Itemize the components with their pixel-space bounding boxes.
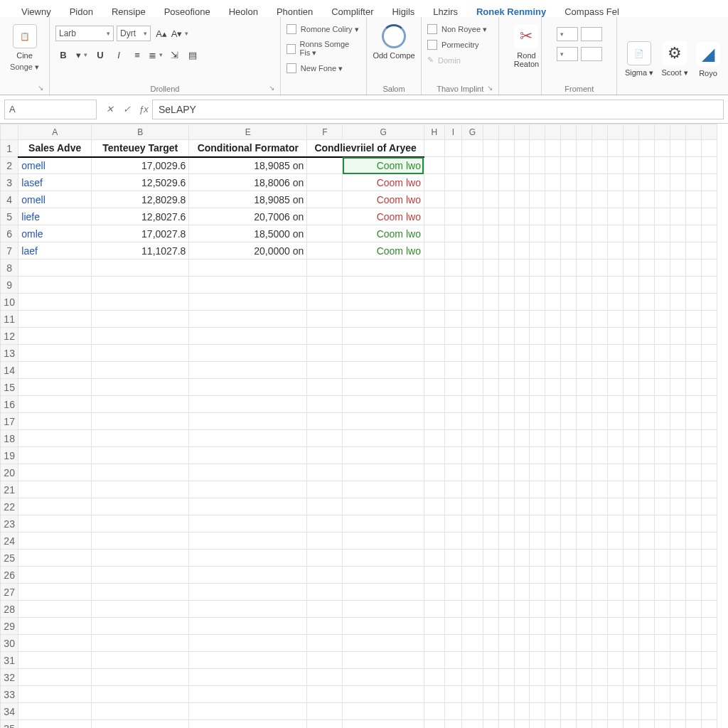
cell[interactable] bbox=[592, 328, 608, 345]
format-cells-button[interactable] bbox=[557, 47, 578, 61]
cell[interactable] bbox=[189, 277, 307, 294]
row-header[interactable]: 24 bbox=[1, 532, 18, 550]
cell[interactable] bbox=[424, 669, 444, 686]
fx-icon[interactable]: ƒx bbox=[135, 104, 152, 114]
cell[interactable] bbox=[92, 686, 189, 703]
cell[interactable] bbox=[670, 430, 686, 447]
cell[interactable] bbox=[545, 396, 561, 413]
cell[interactable] bbox=[545, 140, 561, 157]
cell[interactable] bbox=[92, 601, 189, 618]
cell[interactable] bbox=[561, 208, 577, 225]
cell[interactable] bbox=[686, 174, 702, 191]
cell[interactable] bbox=[483, 464, 498, 481]
cell[interactable] bbox=[545, 635, 561, 652]
cell[interactable] bbox=[686, 208, 702, 225]
cell[interactable] bbox=[608, 447, 623, 464]
cell[interactable] bbox=[514, 703, 530, 720]
cell[interactable] bbox=[92, 584, 189, 601]
cell[interactable] bbox=[686, 225, 702, 242]
cell[interactable] bbox=[592, 584, 608, 601]
cell[interactable] bbox=[483, 328, 498, 345]
insert-cells-button[interactable] bbox=[557, 27, 578, 41]
cell[interactable] bbox=[92, 567, 189, 584]
cell[interactable] bbox=[424, 413, 444, 430]
cell[interactable] bbox=[530, 635, 545, 652]
cell[interactable] bbox=[18, 515, 92, 532]
cell[interactable] bbox=[655, 515, 670, 532]
italic-icon[interactable]: U bbox=[92, 47, 108, 63]
cell[interactable] bbox=[608, 669, 623, 686]
cell[interactable] bbox=[545, 532, 561, 550]
cell[interactable] bbox=[561, 652, 577, 669]
cell[interactable] bbox=[623, 396, 639, 413]
cell[interactable] bbox=[639, 157, 655, 174]
cell[interactable] bbox=[701, 242, 717, 259]
cell[interactable] bbox=[623, 379, 639, 396]
cell[interactable] bbox=[592, 242, 608, 259]
cell[interactable] bbox=[498, 413, 514, 430]
cell[interactable] bbox=[444, 294, 462, 311]
cell[interactable] bbox=[343, 396, 424, 413]
cell[interactable] bbox=[514, 191, 530, 208]
cell[interactable] bbox=[655, 669, 670, 686]
cell[interactable] bbox=[701, 601, 717, 618]
cell[interactable] bbox=[592, 362, 608, 379]
cell[interactable] bbox=[608, 618, 623, 635]
cell[interactable] bbox=[92, 345, 189, 362]
cell[interactable] bbox=[189, 362, 307, 379]
cell[interactable] bbox=[686, 191, 702, 208]
font-name-combo[interactable]: Larb bbox=[55, 26, 114, 41]
cell[interactable] bbox=[701, 174, 717, 191]
cell[interactable] bbox=[307, 396, 343, 413]
cell[interactable] bbox=[92, 311, 189, 328]
cell[interactable] bbox=[189, 686, 307, 703]
cell[interactable] bbox=[92, 532, 189, 550]
cell[interactable] bbox=[577, 447, 592, 464]
cell[interactable] bbox=[623, 174, 639, 191]
cell[interactable] bbox=[577, 618, 592, 635]
cell[interactable] bbox=[639, 532, 655, 550]
cell[interactable] bbox=[424, 379, 444, 396]
cell[interactable] bbox=[343, 481, 424, 498]
cell[interactable] bbox=[670, 669, 686, 686]
cell[interactable] bbox=[608, 208, 623, 225]
cell[interactable] bbox=[307, 242, 343, 259]
cell[interactable] bbox=[343, 584, 424, 601]
cell[interactable] bbox=[561, 140, 577, 157]
cell[interactable] bbox=[670, 464, 686, 481]
format-cells2-button[interactable] bbox=[581, 47, 602, 61]
cell[interactable] bbox=[655, 601, 670, 618]
cell[interactable] bbox=[701, 157, 717, 174]
cell[interactable] bbox=[514, 550, 530, 567]
cell[interactable] bbox=[444, 208, 462, 225]
cell[interactable] bbox=[498, 532, 514, 550]
cell[interactable] bbox=[514, 362, 530, 379]
cell[interactable] bbox=[92, 515, 189, 532]
cell[interactable] bbox=[424, 208, 444, 225]
cell[interactable] bbox=[307, 618, 343, 635]
cell[interactable] bbox=[623, 277, 639, 294]
cell[interactable] bbox=[307, 550, 343, 567]
cell[interactable] bbox=[561, 311, 577, 328]
cell[interactable] bbox=[686, 601, 702, 618]
cell[interactable] bbox=[514, 396, 530, 413]
cell[interactable] bbox=[639, 669, 655, 686]
cell[interactable] bbox=[189, 259, 307, 277]
cell[interactable] bbox=[623, 652, 639, 669]
cell[interactable] bbox=[462, 669, 483, 686]
cell[interactable] bbox=[514, 686, 530, 703]
cell[interactable] bbox=[498, 498, 514, 515]
cell[interactable] bbox=[462, 635, 483, 652]
cell-sales-adve[interactable]: omell bbox=[18, 191, 92, 208]
cell[interactable] bbox=[189, 379, 307, 396]
cell[interactable] bbox=[655, 225, 670, 242]
cell[interactable] bbox=[307, 413, 343, 430]
cell-aryee[interactable]: Coom lwo bbox=[343, 191, 424, 208]
cell[interactable] bbox=[592, 481, 608, 498]
cell[interactable] bbox=[424, 635, 444, 652]
cell[interactable] bbox=[444, 277, 462, 294]
cell[interactable] bbox=[701, 208, 717, 225]
cell[interactable] bbox=[343, 362, 424, 379]
salom-button[interactable]: Odd Compe bbox=[373, 21, 415, 60]
cell[interactable] bbox=[444, 635, 462, 652]
